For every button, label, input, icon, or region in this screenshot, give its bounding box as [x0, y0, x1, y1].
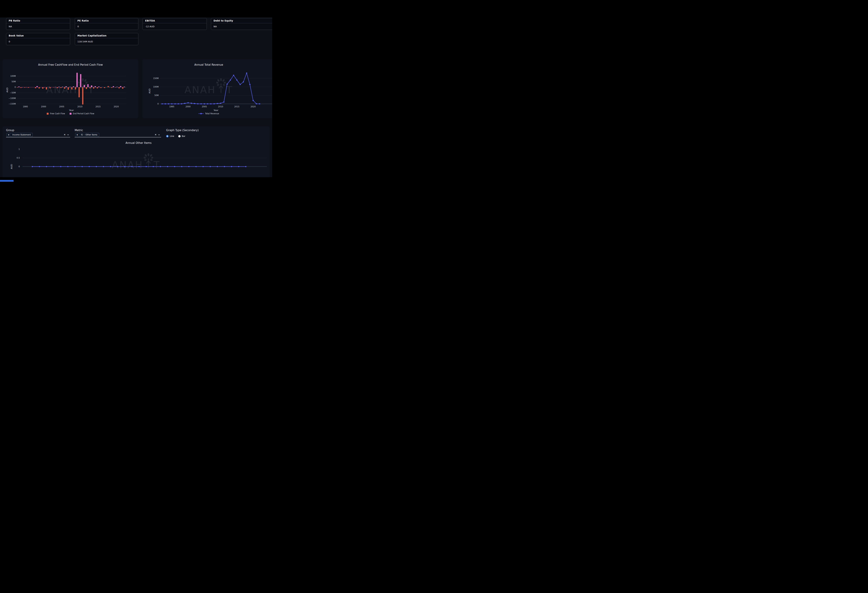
data-point[interactable] — [181, 103, 182, 104]
data-point[interactable] — [231, 166, 232, 167]
data-point[interactable] — [214, 103, 215, 104]
bar[interactable] — [49, 87, 51, 88]
data-point[interactable] — [233, 75, 234, 76]
legend-item-end-period-cash-flow[interactable]: End Period Cash Flow — [69, 112, 94, 115]
data-point[interactable] — [53, 166, 54, 167]
bar[interactable] — [68, 87, 69, 90]
bar[interactable] — [89, 87, 91, 88]
data-point[interactable] — [117, 166, 118, 167]
bar[interactable] — [100, 87, 102, 88]
bar[interactable] — [53, 87, 54, 87]
bar[interactable] — [51, 87, 52, 87]
bar[interactable] — [24, 87, 25, 88]
data-point[interactable] — [197, 103, 198, 104]
chevron-down-icon[interactable] — [67, 135, 69, 136]
bar[interactable] — [69, 87, 71, 87]
bar[interactable] — [35, 87, 36, 88]
bar[interactable] — [78, 87, 80, 97]
data-point[interactable] — [110, 166, 111, 167]
bar[interactable] — [118, 87, 120, 88]
data-point[interactable] — [191, 103, 192, 104]
data-point[interactable] — [195, 166, 197, 167]
bar[interactable] — [42, 87, 43, 89]
bar[interactable] — [38, 87, 40, 89]
bar[interactable] — [93, 87, 94, 89]
bar[interactable] — [82, 87, 83, 104]
data-point[interactable] — [89, 166, 90, 167]
bar[interactable] — [117, 87, 118, 87]
clear-icon[interactable]: × — [64, 133, 66, 136]
radio-icon[interactable] — [178, 135, 180, 138]
data-point[interactable] — [174, 166, 175, 167]
bar[interactable] — [62, 87, 63, 87]
bar[interactable] — [28, 87, 29, 88]
data-point[interactable] — [246, 72, 247, 74]
data-point[interactable] — [168, 103, 169, 104]
data-point[interactable] — [188, 166, 190, 167]
data-point[interactable] — [131, 166, 133, 167]
bar[interactable] — [97, 87, 98, 88]
bar[interactable] — [87, 84, 89, 87]
bar[interactable] — [71, 87, 72, 89]
data-point[interactable] — [243, 81, 244, 83]
data-point[interactable] — [201, 103, 202, 104]
radio-option-bar[interactable]: Bar — [178, 135, 185, 138]
bar[interactable] — [73, 86, 74, 87]
data-point[interactable] — [60, 166, 62, 167]
bar[interactable] — [22, 87, 23, 87]
bar[interactable] — [18, 86, 20, 87]
data-point[interactable] — [245, 166, 247, 167]
data-point[interactable] — [217, 103, 218, 104]
data-point[interactable] — [210, 166, 211, 167]
data-point[interactable] — [230, 80, 231, 81]
data-point[interactable] — [236, 80, 238, 81]
data-point[interactable] — [220, 103, 221, 104]
data-point[interactable] — [153, 166, 154, 167]
bar[interactable] — [44, 87, 45, 87]
bar[interactable] — [84, 85, 85, 87]
legend-item-total-revenue[interactable]: Total Revenue — [198, 112, 219, 115]
bar[interactable] — [86, 87, 87, 89]
bar[interactable] — [17, 87, 18, 87]
data-point[interactable] — [39, 166, 40, 167]
data-point[interactable] — [187, 102, 189, 104]
data-point[interactable] — [32, 166, 33, 167]
legend-item-free-cash-flow[interactable]: Free Cash Flow — [47, 112, 65, 115]
data-point[interactable] — [223, 101, 224, 103]
data-point[interactable] — [249, 84, 251, 85]
data-point[interactable] — [194, 103, 195, 104]
bar[interactable] — [40, 87, 41, 87]
data-point[interactable] — [217, 166, 218, 167]
bar[interactable] — [113, 86, 114, 87]
data-point[interactable] — [174, 103, 176, 104]
radio-icon[interactable] — [166, 135, 168, 138]
data-point[interactable] — [224, 166, 225, 167]
other-items-line-chart[interactable]: 10.50AUD — [3, 139, 270, 180]
cashflow-bar-chart[interactable]: 100M50M0−50M−100M−150MAUD199520002005201… — [3, 59, 138, 118]
data-point[interactable] — [204, 103, 205, 104]
bar[interactable] — [122, 87, 123, 89]
bar[interactable] — [115, 87, 116, 87]
data-point[interactable] — [181, 166, 183, 167]
data-point[interactable] — [171, 103, 173, 104]
data-point[interactable] — [167, 166, 168, 167]
data-point[interactable] — [160, 166, 161, 167]
data-point[interactable] — [239, 84, 241, 85]
bar[interactable] — [111, 87, 112, 88]
data-point[interactable] — [202, 166, 204, 167]
bar[interactable] — [57, 87, 58, 88]
bar[interactable] — [58, 87, 59, 87]
bar[interactable] — [108, 86, 109, 87]
bar[interactable] — [94, 86, 96, 87]
data-point[interactable] — [81, 166, 83, 167]
bar[interactable] — [25, 87, 27, 87]
bar[interactable] — [55, 87, 56, 87]
bar[interactable] — [75, 87, 76, 89]
data-point[interactable] — [256, 103, 257, 104]
data-point[interactable] — [165, 103, 166, 104]
bar[interactable] — [31, 87, 32, 87]
remove-tag-icon[interactable]: × — [75, 133, 79, 136]
data-point[interactable] — [207, 103, 208, 104]
data-point[interactable] — [46, 166, 47, 167]
revenue-line-chart[interactable]: 150M100M50M0AUD199520002005201020152020Y… — [142, 59, 272, 118]
